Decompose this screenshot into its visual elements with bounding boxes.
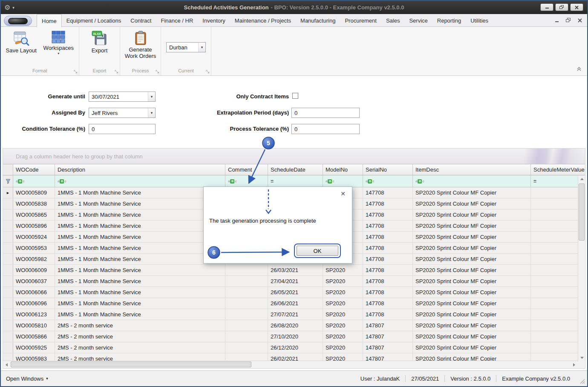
tab-utilities[interactable]: Utilities — [466, 14, 493, 27]
tab-maintenance-projects[interactable]: Maintenance / Projects — [230, 14, 296, 27]
ribbon-collapse-icon[interactable] — [576, 66, 582, 73]
tab-inventory[interactable]: Inventory — [198, 14, 230, 27]
export-dialog-launcher-icon[interactable] — [115, 70, 118, 74]
condition-tolerance-field[interactable]: 0 — [89, 124, 156, 134]
row-indicator: ► — [3, 187, 13, 198]
tab-finance-hr[interactable]: Finance / HR — [156, 14, 198, 27]
ribbon-close-icon[interactable] — [578, 17, 582, 24]
scroll-down-icon[interactable] — [578, 354, 585, 361]
table-row[interactable]: WO00058662MS - 2 month service27/10/2020… — [3, 331, 585, 342]
resize-grip-icon[interactable] — [579, 378, 585, 384]
export-button[interactable]: XLSX Export — [81, 29, 118, 54]
scroll-left-icon[interactable] — [3, 361, 10, 368]
cell-description: 1MMS - 1 Month Machine Service — [55, 309, 225, 320]
table-row[interactable]: WO00058102MS - 2 month service26/08/2020… — [3, 320, 585, 331]
filter-cell-serialno[interactable]: aBc — [363, 175, 413, 187]
filter-cell-wocode[interactable]: aBc — [13, 175, 55, 187]
cell-wocode: WO0005809 — [13, 187, 55, 198]
filter-cell-scheduledate[interactable]: = — [268, 175, 323, 187]
column-header-modelno[interactable]: ModelNo — [323, 164, 363, 175]
group-label-export: Export — [93, 68, 107, 73]
cell-model_no: SP2020 — [323, 331, 363, 342]
assigned-by-field[interactable]: Jeff Rivers ▾ — [89, 108, 156, 118]
cell-wocode: WO0005953 — [13, 243, 55, 253]
generate-until-field[interactable]: 30/07/2021 ▾ — [89, 92, 156, 102]
table-row[interactable]: WO00061231MMS - 1 Month Machine Service2… — [3, 309, 585, 320]
tab-manufacturing[interactable]: Manufacturing — [296, 14, 340, 27]
cell-description: 1MMS - 1 Month Machine Service — [55, 287, 225, 298]
generate-work-orders-button[interactable]: Generate Work Orders — [122, 29, 159, 59]
cell-meter — [531, 287, 585, 298]
table-row[interactable]: WO00060371MMS - 1 Month Machine Service2… — [3, 276, 585, 287]
filter-cell-description[interactable]: aBc — [55, 175, 225, 187]
quick-access-caret-icon[interactable]: ▾ — [12, 6, 14, 10]
horizontal-scroll-thumb[interactable] — [11, 361, 251, 367]
process-dialog-launcher-icon[interactable] — [156, 70, 159, 74]
filter-row-funnel-icon — [3, 175, 13, 187]
column-header-wocode[interactable]: WOCode — [13, 164, 55, 175]
cell-serial_no: 147708 — [363, 221, 413, 231]
status-separator — [496, 375, 496, 382]
tab-service[interactable]: Service — [404, 14, 432, 27]
scroll-right-icon[interactable] — [571, 361, 578, 368]
ribbon-restore-icon[interactable] — [566, 17, 571, 24]
table-row[interactable]: WO00060661MMS - 1 Month Machine Service2… — [3, 287, 585, 298]
ribbon-group-format: Save Layout Workspaces ▾ Format — [1, 27, 79, 75]
generate-until-caret-icon[interactable]: ▾ — [148, 92, 155, 101]
dialog-close-icon[interactable]: ✕ — [340, 191, 346, 197]
tab-home[interactable]: Home — [37, 14, 62, 27]
table-row[interactable]: WO00060091MMS - 1 Month Machine Service2… — [3, 265, 585, 276]
cell-serial_no: 147708 — [363, 309, 413, 320]
ok-button[interactable]: OK — [297, 246, 338, 256]
format-dialog-launcher-icon[interactable] — [74, 70, 78, 74]
group-label-current: Current — [178, 68, 194, 73]
grid-filter-row: aBcaBcaBc=aBcaBcaBc= — [3, 175, 585, 187]
maximize-icon — [559, 5, 564, 9]
assigned-by-caret-icon[interactable]: ▾ — [148, 108, 155, 118]
close-button[interactable] — [570, 3, 583, 11]
app-gear-icon[interactable]: ⚙ — [4, 4, 10, 11]
extrapolation-period-field[interactable]: 0 — [291, 108, 360, 118]
filter-cell-schedulemetervalue[interactable]: = — [531, 175, 585, 187]
column-header-itemdesc[interactable]: ItemDesc — [413, 164, 531, 175]
open-windows-button[interactable]: Open Windows ▾ — [6, 376, 48, 382]
cell-item_desc: SP2020 Sprint Colour MF Copier — [413, 187, 531, 198]
column-header-scheduledate[interactable]: ScheduleDate — [268, 164, 323, 175]
tab-sales[interactable]: Sales — [381, 14, 405, 27]
app-menu-button[interactable] — [4, 16, 32, 26]
column-header-comment[interactable]: Comment — [225, 164, 268, 175]
filter-cell-modelno[interactable]: aBc — [323, 175, 363, 187]
tab-equipment-locations[interactable]: Equipment / Locations — [62, 14, 126, 27]
maximize-button[interactable] — [555, 3, 568, 11]
column-header-serialno[interactable]: SerialNo — [363, 164, 413, 175]
vertical-scroll-thumb[interactable] — [579, 183, 585, 241]
current-site-combo[interactable]: Durban ▾ — [166, 42, 206, 52]
filter-cell-comment[interactable]: aBc — [225, 175, 268, 187]
only-contract-items-checkbox[interactable] — [292, 93, 298, 99]
cell-meter — [531, 342, 585, 353]
filter-cell-itemdesc[interactable]: aBc — [413, 175, 531, 187]
current-site-caret-icon[interactable]: ▾ — [198, 43, 205, 52]
workspaces-button[interactable]: Workspaces ▾ — [40, 29, 78, 55]
abc-filter-icon: aBc — [415, 179, 424, 183]
minimize-button[interactable] — [540, 3, 553, 11]
table-row[interactable]: WO00060961MMS - 1 Month Machine Service2… — [3, 298, 585, 309]
cell-item_desc: SP2020 Sprint Colour MF Copier — [413, 209, 531, 220]
cell-schedule_date: 26/12/2020 — [268, 342, 323, 353]
tab-contract[interactable]: Contract — [126, 14, 156, 27]
current-dialog-launcher-icon[interactable] — [206, 70, 210, 74]
vertical-scrollbar[interactable] — [578, 175, 585, 361]
tab-procurement[interactable]: Procurement — [340, 14, 381, 27]
cell-description: 1MMS - 1 Month Machine Service — [55, 276, 225, 287]
ribbon-minimize-icon[interactable] — [555, 17, 559, 24]
groupby-bar[interactable]: Drag a column header here to group by th… — [3, 149, 585, 164]
save-layout-button[interactable]: Save Layout — [3, 29, 40, 54]
table-row[interactable]: WO00059252MS - 2 month service26/12/2020… — [3, 342, 585, 353]
process-tolerance-field[interactable]: 0 — [291, 124, 360, 134]
horizontal-scrollbar[interactable] — [3, 361, 585, 368]
column-header-schedulemetervalue[interactable]: ScheduleMeterValue — [531, 164, 585, 175]
column-header-description[interactable]: Description — [55, 164, 225, 175]
cell-item_desc: SP2020 Sprint Colour MF Copier — [413, 342, 531, 353]
tab-reporting[interactable]: Reporting — [432, 14, 466, 27]
scroll-up-icon[interactable] — [578, 175, 585, 183]
